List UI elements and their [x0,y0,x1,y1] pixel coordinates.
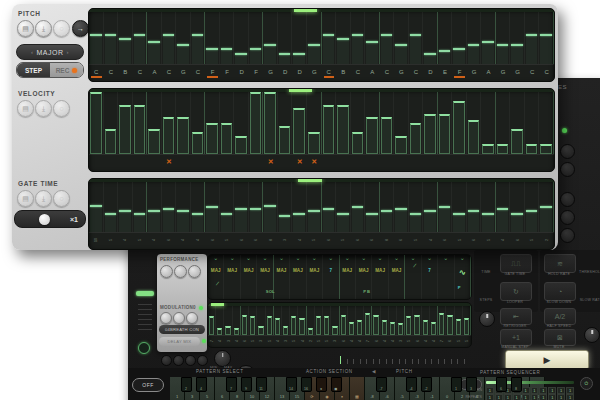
step-cell[interactable] [89,92,104,154]
step-cell[interactable] [118,92,133,154]
step-cell[interactable] [307,306,315,335]
step-cell[interactable] [322,12,337,64]
step-cell[interactable] [525,182,540,232]
step-cell[interactable] [336,92,351,154]
velocity-load-button[interactable]: ⤓ [35,100,52,117]
scale-select-button[interactable]: ‹ MAJOR › [16,44,84,60]
step-cell[interactable] [292,12,307,64]
strip-cell[interactable] [438,155,453,169]
strip-cell[interactable] [525,155,540,169]
step-cell[interactable] [351,12,366,64]
step-cell[interactable] [481,12,496,64]
step-cell[interactable] [307,182,322,232]
edge-knob-4[interactable] [560,210,575,225]
step-cell[interactable] [413,306,421,335]
pitch-direction-button[interactable]: → [72,20,89,37]
chord-step-cell[interactable]: ⌄MAJ [241,255,257,299]
step-cell[interactable] [348,306,356,335]
step-cell[interactable] [331,306,339,335]
mute-button[interactable]: ⊠ [544,329,576,346]
step-cell[interactable] [467,12,482,64]
performance-display[interactable]: ⌄MAJ⌄MAJ⌄MAJ⌄MAJ⌄MAJ⌄MAJ⌄MAJ⌄7⌄MAJ⌄MAJ⌄M… [207,254,472,300]
step-cell[interactable] [389,306,397,335]
velocity-random-button[interactable]: ◌ [53,100,70,117]
step-cell[interactable] [266,306,274,335]
performance-button-1[interactable] [160,265,173,278]
step-cell[interactable] [208,306,216,335]
chord-step-cell[interactable]: ⌄ [438,255,454,299]
modulation-display[interactable]: 74346535435425536447644356447655 [207,302,472,348]
key-▦[interactable]: ▦ [350,377,365,400]
step-cell[interactable] [539,92,554,154]
step-cell[interactable] [380,92,395,154]
chord-step-cell[interactable]: ⌄MAJ [208,255,224,299]
step-cell[interactable] [307,92,322,154]
step-cell[interactable] [409,92,424,154]
step-cell[interactable] [340,306,348,335]
step-cell[interactable] [133,92,148,154]
step-cell[interactable] [323,306,331,335]
pattern-cell[interactable]: 1 [566,387,574,394]
strip-cell[interactable] [249,155,264,169]
chord-step-cell[interactable]: ⌄MAJ [224,255,240,299]
step-cell[interactable] [430,306,438,335]
step-cell[interactable] [380,12,395,64]
step-cell[interactable] [336,182,351,232]
step-cell[interactable] [351,92,366,154]
step-cell[interactable] [336,12,351,64]
repeat-cell[interactable]: 1 [539,394,547,400]
black-key-3[interactable]: 3 [466,377,477,392]
strip-cell[interactable]: ✕ [263,155,278,169]
chord-step-area[interactable]: ⌄MAJ⌄MAJ⌄MAJ⌄MAJ⌄MAJ⌄MAJ⌄MAJ⌄7⌄MAJ⌄MAJ⌄M… [208,255,471,299]
chord-step-cell[interactable]: ⌄MAJ [290,255,306,299]
pattern-cell[interactable]: 1 [531,387,539,394]
edge-knob-2[interactable] [560,162,575,177]
step-cell[interactable] [89,182,104,232]
step-cell[interactable] [423,182,438,232]
step-cell[interactable] [234,182,249,232]
mod-row-button-3[interactable] [185,355,196,366]
step-cell[interactable] [263,92,278,154]
mod-row-button-4[interactable] [197,355,208,366]
step-cell[interactable] [438,92,453,154]
repeat-cell[interactable]: 1 [495,394,503,400]
step-cell[interactable] [176,12,191,64]
step-cell[interactable] [104,92,119,154]
rec-mode-button[interactable]: REC [50,63,83,77]
step-area[interactable] [89,12,554,64]
scale-prev-caret[interactable]: ‹ [31,49,34,55]
step-cell[interactable] [510,92,525,154]
play-button[interactable]: ▶ [505,350,589,370]
step-cell[interactable] [438,306,446,335]
chord-step-cell[interactable]: ⌄MAJ [389,255,405,299]
black-key--2[interactable]: -2 [421,377,432,392]
step-cell[interactable] [205,182,220,232]
left-green-button[interactable] [138,342,150,354]
modulation-button-1[interactable] [160,312,172,324]
black-key--4[interactable]: -4 [406,377,417,392]
strip-cell[interactable] [133,155,148,169]
step-cell[interactable] [409,12,424,64]
black-key-14[interactable]: 14 [286,377,297,392]
manual-step-button[interactable]: +1 [500,329,532,346]
step-cell[interactable] [263,182,278,232]
step-cell[interactable] [394,12,409,64]
strip-cell[interactable] [322,155,337,169]
repeat-cell[interactable]: 1 [548,394,556,400]
chord-step-cell[interactable]: ⌄MAJ [340,255,356,299]
strip-cell[interactable] [220,155,235,169]
slow-down-button[interactable]: ◔ [544,282,576,301]
step-cell[interactable] [249,182,264,232]
edge-knob-1[interactable] [560,144,575,159]
black-key-6[interactable]: 6 [496,377,507,392]
strip-cell[interactable] [496,155,511,169]
step-cell[interactable] [364,306,372,335]
strip-cell[interactable] [205,155,220,169]
step-cell[interactable] [467,92,482,154]
half-speed-button[interactable]: A/2 [544,308,576,325]
step-cell[interactable] [89,12,104,64]
step-cell[interactable] [322,182,337,232]
step-cell[interactable] [380,182,395,232]
pitch-step-display[interactable]: CCBCACGCFFDFGDDGCBCACGCDEFGAGGCC [88,8,555,82]
strip-cell[interactable] [409,155,424,169]
